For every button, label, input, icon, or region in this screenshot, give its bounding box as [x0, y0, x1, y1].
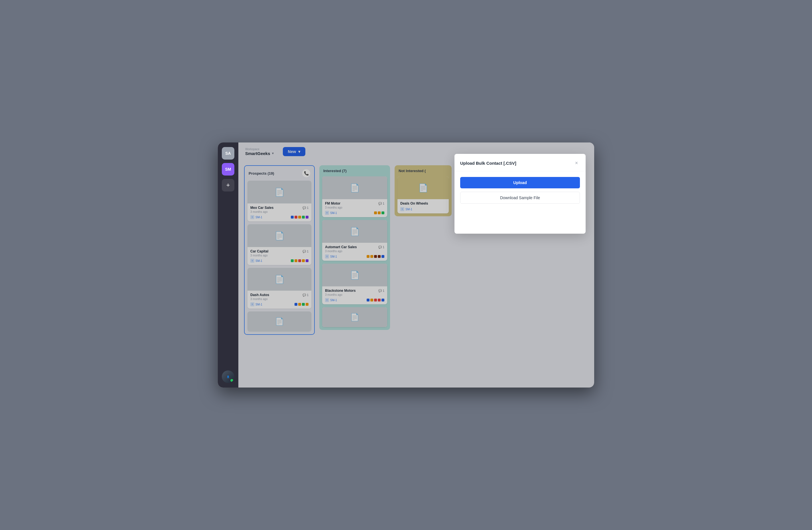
download-sample-file-button[interactable]: Download Sample File: [460, 192, 580, 204]
modal-header: Upload Bulk Contact [.CSV] ×: [454, 154, 585, 171]
main-content: Workspace SmartGeeks ▾ New ▾ Prospects (…: [238, 143, 594, 387]
modal-overlay: Upload Bulk Contact [.CSV] × Upload Down…: [238, 143, 594, 387]
upload-button[interactable]: Upload: [460, 177, 580, 188]
modal-body: Upload Download Sample File: [454, 171, 585, 209]
upload-bulk-contact-modal: Upload Bulk Contact [.CSV] × Upload Down…: [454, 154, 585, 234]
modal-title: Upload Bulk Contact [.CSV]: [460, 161, 516, 165]
sidebar: SA SM + 👤: [218, 143, 238, 387]
avatar-sm[interactable]: SM: [222, 163, 234, 176]
modal-close-button[interactable]: ×: [573, 160, 580, 166]
avatar-sa[interactable]: SA: [222, 147, 234, 160]
add-workspace-button[interactable]: +: [222, 179, 234, 191]
user-avatar[interactable]: 👤: [222, 370, 234, 383]
